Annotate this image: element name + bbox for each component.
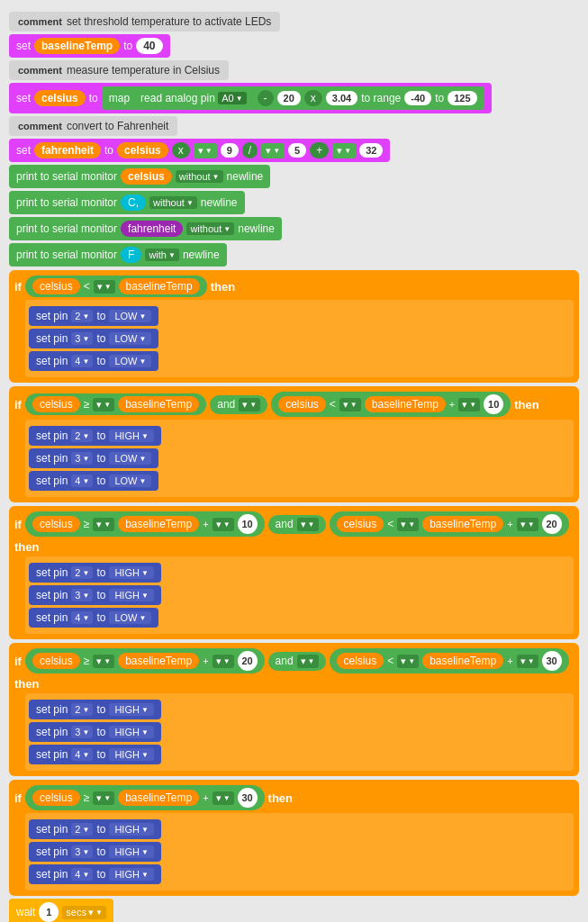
set-baseline-block[interactable]: set baselineTemp to 40 <box>9 34 170 58</box>
baseline-value[interactable]: 40 <box>136 38 162 54</box>
print-mod-3[interactable]: without <box>186 222 234 235</box>
sp2-high[interactable]: set pin2toHIGH <box>29 426 161 446</box>
if3-body: set pin2toHIGH set pin3toHIGH set pin4to… <box>25 556 574 634</box>
print-f-var[interactable]: F <box>121 247 141 263</box>
print-newline-3: newline <box>238 222 275 235</box>
if-keyword-2: if <box>14 398 22 411</box>
condition-1[interactable]: celsius < ▾ baselineTemp <box>25 276 207 297</box>
map-val1[interactable]: 20 <box>277 91 301 105</box>
set-pin-label-3: set pin <box>36 332 68 345</box>
wait-val[interactable]: 1 <box>39 902 59 922</box>
print-celsius-var[interactable]: celsius <box>121 168 172 185</box>
condition-2b[interactable]: celsius < ▾ baselineTemp + ▾ 10 <box>271 392 511 417</box>
fahr-val2[interactable]: 5 <box>288 143 306 158</box>
cond2b-val[interactable]: 10 <box>484 394 503 414</box>
if-block-1[interactable]: if celsius < ▾ baselineTemp then set pin… <box>9 270 579 383</box>
pin-dropdown[interactable]: A0 <box>218 92 246 104</box>
sp4-high-4[interactable]: set pin4toHIGH <box>29 745 161 764</box>
fahr-val1[interactable]: 9 <box>221 143 239 158</box>
sp3-high-5[interactable]: set pin3toHIGH <box>29 842 161 862</box>
wait-unit-dd[interactable]: secs▾ <box>62 906 106 919</box>
sp2-high-4[interactable]: set pin2toHIGH <box>29 700 161 719</box>
set-celsius-row: set celsius to map read analog pin A0 - … <box>9 83 579 113</box>
condition-4a[interactable]: celsius ≥ ▾ baselineTemp + ▾ 20 <box>25 648 265 673</box>
condition-4b[interactable]: celsius < ▾ baselineTemp + ▾ 30 <box>330 648 569 673</box>
wait-label: wait <box>16 906 35 918</box>
pin4-val-1[interactable]: LOW <box>109 355 151 367</box>
print-fahrenheit-var[interactable]: fahrenheit <box>121 221 183 237</box>
print-mod-2[interactable]: without <box>149 196 197 209</box>
cond1-baseline: baselineTemp <box>119 278 200 294</box>
condition-3a[interactable]: celsius ≥ ▾ baselineTemp + ▾ 10 <box>25 511 265 537</box>
set-fahrenheit-block[interactable]: set fahrenheit to celsius x ▾ 9 / ▾ 5 + … <box>9 139 390 162</box>
cond1-op: < <box>84 280 90 293</box>
if1-body: set pin 2 to LOW set pin 3 to LOW set pi… <box>25 300 574 377</box>
map-label: map <box>109 92 130 104</box>
comment-block-3[interactable]: comment convert to Fahrenheit <box>9 116 579 136</box>
print-block-3[interactable]: print to serial monitor fahrenheit witho… <box>9 217 282 240</box>
map-block[interactable]: map read analog pin A0 - 20 x 3.04 to ra… <box>102 86 484 110</box>
map-range-to[interactable]: 125 <box>448 91 476 105</box>
sp3-low-2[interactable]: set pin3toLOW <box>29 448 158 468</box>
set-keyword-f: set <box>16 144 31 157</box>
if2-body: set pin2toHIGH set pin3toLOW set pin4toL… <box>25 420 574 497</box>
celsius-in-fahr[interactable]: celsius <box>117 142 168 158</box>
condition-2a[interactable]: celsius ≥ ▾ baselineTemp <box>25 393 206 415</box>
pin2-dd-1[interactable]: 2 <box>71 310 93 322</box>
condition-3b[interactable]: celsius < ▾ baselineTemp + ▾ 20 <box>330 511 569 537</box>
set-pin-3-low-1[interactable]: set pin 3 to LOW <box>29 329 158 348</box>
fahr-plus-dropdown[interactable]: ▾ <box>332 143 356 158</box>
print-mod-1[interactable]: without <box>176 170 223 183</box>
if-block-4[interactable]: if celsius ≥ ▾ baselineTemp + ▾ 20 and ▾… <box>9 643 579 776</box>
pin2-val-1[interactable]: LOW <box>109 310 151 322</box>
and-dd-2[interactable]: ▾ <box>239 398 260 411</box>
celsius-var-set[interactable]: celsius <box>34 90 86 106</box>
if-header-5: if celsius ≥ ▾ baselineTemp + ▾ 30 then <box>14 785 574 810</box>
if-block-2[interactable]: if celsius ≥ ▾ baselineTemp and ▾ celsiu… <box>9 386 579 502</box>
map-range-from[interactable]: -40 <box>404 91 431 105</box>
comment-text-1: set threshold temperature to activate LE… <box>67 15 271 28</box>
comment-text-2: measure temperature in Celsius <box>67 64 220 77</box>
comment-block-2[interactable]: comment measure temperature in Celsius <box>9 60 579 80</box>
set-pin-4-low-1[interactable]: set pin 4 to LOW <box>29 351 158 371</box>
sp4-low-3[interactable]: set pin4toLOW <box>29 608 158 628</box>
sp4-high-5[interactable]: set pin4toHIGH <box>29 864 161 884</box>
cond2b-plus-dd[interactable]: ▾ <box>458 398 480 411</box>
pin4-dd-1[interactable]: 4 <box>71 355 93 367</box>
sp4-low-2[interactable]: set pin4toLOW <box>29 471 158 491</box>
print-block-1[interactable]: print to serial monitor celsius without … <box>9 165 270 188</box>
print-c-var[interactable]: C, <box>121 194 146 211</box>
cond2b-op-dd[interactable]: ▾ <box>339 398 361 411</box>
sp3-high-3[interactable]: set pin3toHIGH <box>29 585 161 605</box>
fahr-op-dropdown[interactable]: ▾ <box>194 143 217 158</box>
read-analog-pin[interactable]: read analog pin A0 <box>133 90 253 106</box>
sp3-high-4[interactable]: set pin3toHIGH <box>29 722 161 742</box>
print-label-4: print to serial monitor <box>16 249 117 261</box>
cond2b-op: < <box>330 398 336 411</box>
wait-block[interactable]: wait 1 secs▾ <box>9 899 113 922</box>
fahrenheit-var-set[interactable]: fahrenheit <box>34 142 101 158</box>
condition-5[interactable]: celsius ≥ ▾ baselineTemp + ▾ 30 <box>25 785 265 810</box>
pin3-val-1[interactable]: LOW <box>109 332 151 345</box>
set-pin-2-low-1[interactable]: set pin 2 to LOW <box>29 306 158 326</box>
print-block-4[interactable]: print to serial monitor F with newline <box>9 243 227 267</box>
fahr-val3[interactable]: 32 <box>359 143 383 158</box>
if1-setpin-2: set pin 2 to LOW <box>29 306 570 326</box>
cond1-op-dropdown[interactable]: ▾ <box>94 280 115 294</box>
if-header-3: if celsius ≥ ▾ baselineTemp + ▾ 10 and ▾… <box>14 511 574 554</box>
print-block-2[interactable]: print to serial monitor C, without newli… <box>9 191 245 214</box>
cond2a-op-dd[interactable]: ▾ <box>93 398 114 411</box>
print-mod-4[interactable]: with <box>145 249 178 261</box>
set-celsius-block[interactable]: set celsius to map read analog pin A0 - … <box>9 83 492 113</box>
sp2-high-5[interactable]: set pin2toHIGH <box>29 819 161 839</box>
comment-block-1[interactable]: comment set threshold temperature to act… <box>9 12 579 32</box>
fahr-div-dropdown[interactable]: ▾ <box>261 143 285 158</box>
baseline-var[interactable]: baselineTemp <box>34 38 120 54</box>
set-baseline-row: set baselineTemp to 40 <box>9 34 579 58</box>
map-val2[interactable]: 3.04 <box>326 91 357 105</box>
if-block-3[interactable]: if celsius ≥ ▾ baselineTemp + ▾ 10 and ▾… <box>9 506 579 639</box>
pin3-dd-1[interactable]: 3 <box>71 332 93 345</box>
sp2-high-3[interactable]: set pin2toHIGH <box>29 563 161 583</box>
to-keyword-f: to <box>104 144 113 157</box>
if-block-5[interactable]: if celsius ≥ ▾ baselineTemp + ▾ 30 then … <box>9 780 579 896</box>
